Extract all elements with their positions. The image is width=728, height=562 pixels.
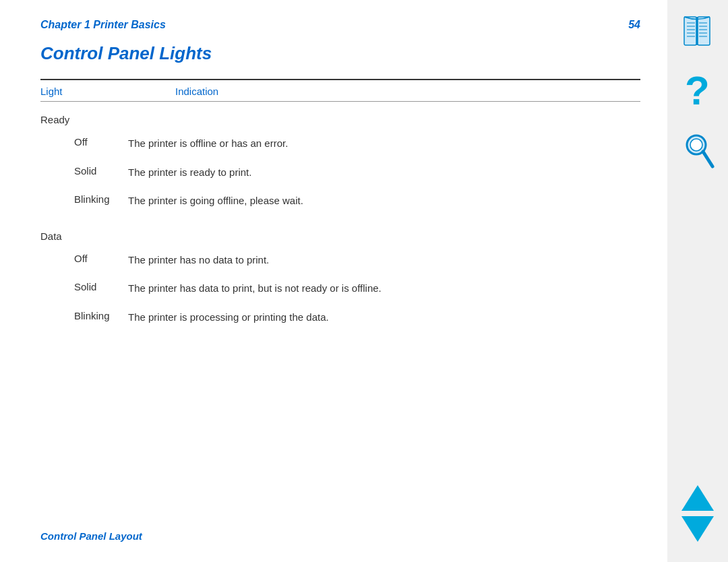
scroll-up-arrow[interactable] xyxy=(681,485,714,511)
table-row: Blinking The printer is processing or pr… xyxy=(40,303,640,332)
state-description: The printer has data to print, but is no… xyxy=(128,281,640,296)
search-icon[interactable] xyxy=(681,131,714,169)
table-row: Solid The printer is ready to print. xyxy=(40,158,640,187)
state-label: Solid xyxy=(40,165,128,177)
state-description: The printer is ready to print. xyxy=(128,165,640,181)
state-label: Blinking xyxy=(40,310,128,321)
state-label: Off xyxy=(40,253,128,264)
state-label: Blinking xyxy=(40,193,128,205)
page-number: 54 xyxy=(628,19,640,31)
bottom-nav-link[interactable]: Control Panel Layout xyxy=(40,530,142,542)
scroll-down-arrow[interactable] xyxy=(681,516,714,542)
state-description: The printer has no data to print. xyxy=(128,253,640,268)
section-ready-label: Ready xyxy=(40,114,175,125)
table-row: Off The printer has no data to print. xyxy=(40,246,640,275)
svg-line-16 xyxy=(703,152,712,166)
state-description: The printer is processing or printing th… xyxy=(128,310,640,325)
state-description: The printer is offline or has an error. xyxy=(128,136,640,152)
col-header-light: Light xyxy=(40,86,175,97)
sidebar: ? xyxy=(667,0,728,562)
svg-text:?: ? xyxy=(685,71,710,113)
state-label: Off xyxy=(40,136,128,148)
svg-rect-1 xyxy=(698,17,710,45)
chapter-label: Chapter 1 Printer Basics xyxy=(40,19,166,31)
section-ready: Ready xyxy=(40,102,640,129)
page-title: Control Panel Lights xyxy=(40,43,640,64)
section-data-label: Data xyxy=(40,230,175,242)
table-header-row: Light Indication xyxy=(40,80,640,102)
table-row: Solid The printer has data to print, but… xyxy=(40,274,640,303)
table-row: Blinking The printer is going offline, p… xyxy=(40,187,640,216)
section-data: Data xyxy=(40,216,640,246)
book-icon[interactable] xyxy=(677,13,718,51)
table-row: Off The printer is offline or has an err… xyxy=(40,129,640,158)
state-label: Solid xyxy=(40,281,128,292)
content-table: Light Indication Ready Off The printer i… xyxy=(40,80,640,332)
page-header: Chapter 1 Printer Basics 54 xyxy=(40,19,640,31)
help-icon[interactable]: ? xyxy=(681,71,714,111)
svg-rect-0 xyxy=(684,17,696,45)
svg-point-15 xyxy=(690,139,702,151)
col-header-indication: Indication xyxy=(175,86,640,97)
state-description: The printer is going offline, please wai… xyxy=(128,193,640,209)
nav-arrows xyxy=(681,485,714,542)
